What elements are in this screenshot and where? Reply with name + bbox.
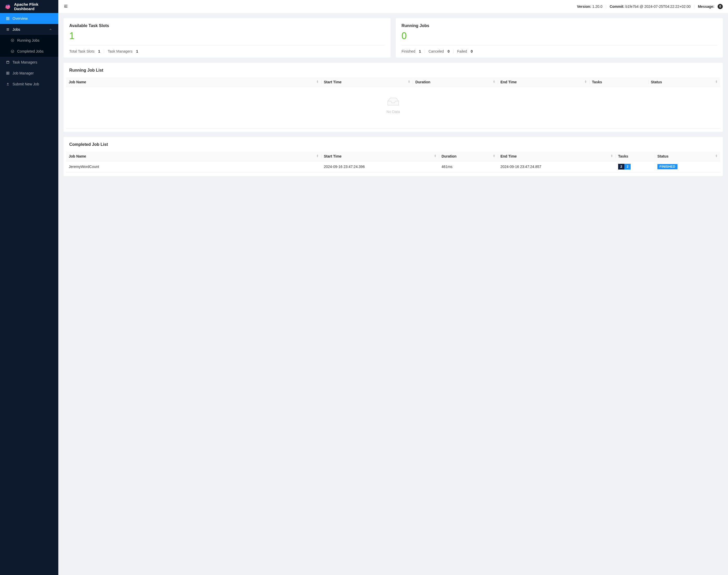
cell-job-name: JeremyWordCount (66, 161, 321, 172)
sidebar-item-label: Job Manager (12, 71, 34, 75)
sidebar-item-label: Overview (12, 16, 28, 21)
check-circle-icon (10, 49, 14, 54)
message-label: Message: (698, 4, 715, 9)
sidebar-item-submit-new-job[interactable]: Submit New Job (0, 79, 58, 90)
stats-row: Available Task Slots 1 Total Task Slots … (64, 18, 723, 58)
sidebar-item-label: Task Managers (12, 60, 37, 64)
metric-label: Canceled (428, 49, 444, 54)
panel-running-job-list: Running Job List Job Name▲▼ Start Time▲▼… (64, 63, 723, 132)
task-count-finished: 2 (624, 164, 631, 170)
sidebar-item-running-jobs[interactable]: Running Jobs (0, 35, 58, 46)
card-available-task-slots: Available Task Slots 1 Total Task Slots … (64, 18, 390, 58)
sidebar-menu: Overview Jobs Running J (0, 13, 58, 90)
sidebar-item-task-managers[interactable]: Task Managers (0, 57, 58, 68)
sidebar-item-label: Submit New Job (12, 82, 39, 86)
metric-label: Failed (457, 49, 467, 54)
col-start-time[interactable]: Start Time▲▼ (321, 77, 413, 87)
task-managers-value: 1 (136, 49, 138, 54)
col-start-time[interactable]: Start Time▲▼ (321, 151, 439, 161)
task-count-total: 2 (618, 164, 624, 170)
card-footer: Finished 1 Canceled 0 Failed 0 (402, 49, 717, 54)
status-badge: FINISHED (657, 164, 678, 169)
sidebar-submenu-list: Running Jobs Completed Jobs (0, 35, 58, 57)
svg-rect-16 (6, 72, 8, 73)
cell-end-time: 2024-09-16 23:47:24.857 (498, 161, 616, 172)
svg-rect-5 (8, 19, 9, 20)
sidebar-item-label: Running Jobs (17, 38, 40, 42)
sidebar-collapse-button[interactable] (64, 4, 68, 9)
commit-block: Commit: b1fe7b4 @ 2024-07-25T04:22:22+02… (610, 4, 691, 9)
flink-logo-icon (4, 3, 11, 10)
sidebar: Apache Flink Dashboard Overview Jobs (0, 0, 58, 575)
sidebar-submenu-jobs: Jobs Running Jobs Completed Job (0, 24, 58, 57)
svg-point-11 (11, 50, 14, 53)
version-block: Version: 1.20.0 (577, 4, 602, 9)
brand-title: Apache Flink Dashboard (14, 2, 54, 11)
version-label: Version: (577, 4, 591, 9)
separator (425, 49, 425, 53)
running-jobs-value: 0 (402, 31, 717, 41)
sort-icon: ▲▼ (434, 154, 437, 157)
col-end-time[interactable]: End Time▲▼ (498, 77, 589, 87)
sidebar-item-job-manager[interactable]: Job Manager (0, 68, 58, 79)
sidebar-item-completed-jobs[interactable]: Completed Jobs (0, 46, 58, 57)
svg-rect-12 (6, 61, 9, 64)
upload-icon (6, 82, 10, 86)
message-block: Message: (698, 4, 715, 9)
topbar: Version: 1.20.0 | Commit: b1fe7b4 @ 2024… (58, 0, 728, 13)
sidebar-item-label: Jobs (12, 27, 20, 32)
inbox-icon (386, 103, 401, 107)
sidebar-item-overview[interactable]: Overview (0, 13, 58, 24)
sidebar-item-jobs[interactable]: Jobs (0, 24, 58, 35)
cell-start-time: 2024-09-16 23:47:24.396 (321, 161, 439, 172)
total-task-slots-value: 1 (98, 49, 100, 54)
commit-value: b1fe7b4 @ 2024-07-25T04:22:22+02:00 (625, 4, 691, 9)
cell-status: FINISHED (655, 161, 720, 172)
dashboard-icon (6, 16, 10, 21)
table-row[interactable]: JeremyWordCount 2024-09-16 23:47:24.396 … (66, 161, 720, 172)
sort-icon: ▲▼ (611, 154, 613, 157)
panel-title: Completed Job List (64, 137, 723, 151)
svg-rect-2 (6, 17, 7, 18)
failed-value: 0 (471, 49, 473, 54)
metric-label: Total Task Slots (69, 49, 95, 54)
card-running-jobs: Running Jobs 0 Finished 1 Canceled 0 Fai… (396, 18, 723, 58)
metric-label: Finished (402, 49, 415, 54)
col-status[interactable]: Status▲▼ (648, 77, 720, 87)
completed-job-table: Job Name▲▼ Start Time▲▼ Duration▲▼ End T… (66, 151, 720, 172)
play-circle-icon (10, 38, 14, 42)
sort-icon: ▲▼ (493, 154, 495, 157)
col-duration[interactable]: Duration▲▼ (439, 151, 498, 161)
col-job-name[interactable]: Job Name▲▼ (66, 151, 321, 161)
available-slots-value: 1 (69, 31, 385, 41)
separator: | (605, 4, 606, 9)
running-job-table: Job Name▲▼ Start Time▲▼ Duration▲▼ End T… (66, 77, 720, 87)
chevron-up-icon (48, 27, 53, 32)
col-end-time[interactable]: End Time▲▼ (498, 151, 616, 161)
col-job-name[interactable]: Job Name▲▼ (66, 77, 321, 87)
canceled-value: 0 (448, 49, 450, 54)
sort-icon: ▲▼ (316, 80, 319, 83)
cell-tasks: 22 (616, 161, 655, 172)
svg-rect-3 (8, 17, 9, 18)
separator (453, 49, 454, 53)
message-count-badge[interactable]: 0 (718, 4, 723, 9)
main: Version: 1.20.0 | Commit: b1fe7b4 @ 2024… (58, 0, 728, 575)
sort-icon: ▲▼ (408, 80, 410, 83)
svg-point-1 (8, 6, 9, 6)
empty-text: No Data (64, 110, 723, 114)
empty-state: No Data (64, 87, 723, 122)
table-header-row: Job Name▲▼ Start Time▲▼ Duration▲▼ End T… (66, 151, 720, 161)
svg-rect-19 (8, 73, 9, 74)
content: Available Task Slots 1 Total Task Slots … (58, 13, 728, 575)
col-duration[interactable]: Duration▲▼ (413, 77, 498, 87)
sort-icon: ▲▼ (493, 80, 495, 83)
col-status[interactable]: Status▲▼ (655, 151, 720, 161)
svg-marker-10 (12, 40, 13, 41)
card-title: Available Task Slots (69, 24, 385, 28)
sort-icon: ▲▼ (316, 154, 319, 157)
separator: | (694, 4, 695, 9)
sort-icon: ▲▼ (715, 154, 718, 157)
svg-rect-4 (6, 19, 7, 20)
card-title: Running Jobs (402, 24, 717, 28)
